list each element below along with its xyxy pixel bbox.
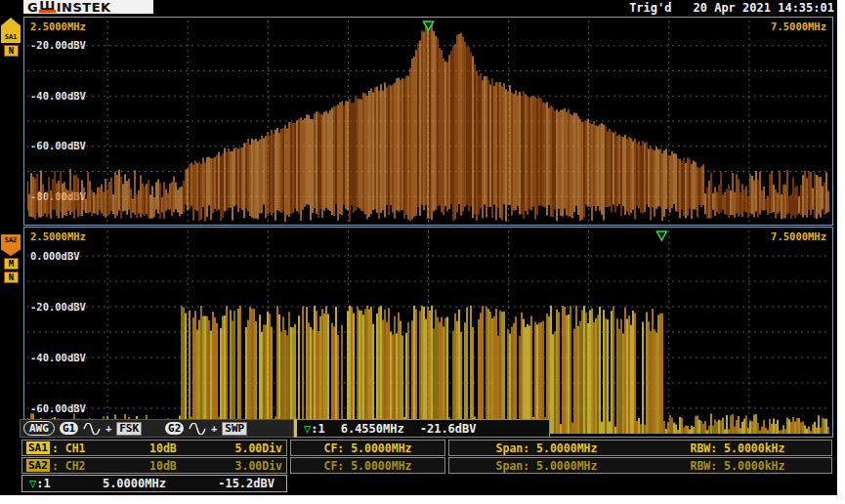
sa1-badge: SA1 (26, 441, 50, 454)
marker-frequency: 6.4550MHz (341, 422, 404, 436)
page-edge (837, 0, 845, 504)
marker-level: -21.6dBV (420, 422, 477, 436)
sa1-icon-label: SA1 (1, 33, 21, 41)
logo-text-instek: INSTEK (57, 0, 111, 15)
sa1-trace (37, 23, 824, 222)
sa2-span: Span: 5.0000MHz (496, 459, 598, 473)
sa1-spectrum-plot (27, 21, 829, 222)
sa1-trace-indicator: SA1 N (1, 18, 21, 57)
sa2-badge: SA2 (26, 459, 50, 472)
logo-text-g: G (27, 0, 38, 15)
marker-number: :1 (36, 477, 50, 490)
sa2-arrow-down-icon: SA2 (1, 234, 21, 256)
marker-number: :1 (311, 422, 324, 436)
sa2-rbw: RBW: 5.0000kHz (691, 459, 785, 473)
awg-label: AWG (23, 421, 55, 436)
sine-wave-icon (189, 423, 206, 435)
sa1-marker-readout: ▽:1 5.0000MHz -15.2dBV (21, 475, 287, 492)
g2-modulation-tag: SWP (222, 422, 247, 436)
sa2-icon-label: SA2 (1, 236, 21, 244)
sa2-graph: 2.5000MHz 7.5000MHz 0.000dBV -20.00dBV -… (23, 227, 833, 438)
sa2-source: : CH2 (52, 459, 108, 473)
sa2-trace-n-badge: N (4, 272, 19, 283)
datetime: 20 Apr 2021 14:35:01 (694, 1, 835, 15)
header-status: Trig'd 20 Apr 2021 14:35:01 (547, 0, 834, 15)
g1-label: G1 (60, 422, 78, 435)
sa1-center-frequency: CF: 5.0000MHz (323, 441, 411, 455)
logo-text-w: Ш (39, 1, 56, 13)
sa1-graph: 2.5000MHz 7.5000MHz -20.00dBV -40.00dBV … (23, 17, 833, 226)
sa1-scale: 10dB (108, 441, 218, 455)
peak-marker-icon (656, 231, 666, 240)
marker-id: ▽:1 (304, 422, 325, 436)
sa1-span: Span: 5.0000MHz (496, 441, 598, 455)
plus-sign: + (106, 423, 111, 434)
sa2-spectrum-plot (27, 231, 829, 434)
page-edge (0, 495, 845, 504)
sa1-position: 5.00Div (218, 441, 282, 455)
sa1-trace-n-badge: N (4, 45, 19, 57)
sa2-span-rbw-box: Span: 5.0000MHz RBW: 5.0000kHz (448, 457, 832, 474)
marker-frequency: 5.0000MHz (103, 477, 166, 490)
marker-level: -15.2dBV (218, 477, 275, 490)
sa2-center-frequency: CF: 5.0000MHz (323, 459, 411, 473)
sa2-trace-m-badge: M (4, 258, 19, 270)
plus-sign: + (211, 423, 217, 434)
sa2-marker-readout: ▽:1 6.4550MHz -21.6dBV (294, 419, 550, 438)
sa2-settings-row: SA2 : CH2 10dB 3.00Div (21, 457, 287, 474)
sa2-scale: 10dB (108, 459, 218, 473)
sa1-source: : CH1 (52, 441, 108, 455)
sa2-cf-box: CF: 5.0000MHz (290, 457, 445, 474)
sa2-trace-indicator: SA2 M N (1, 234, 21, 283)
marker-id: ▽:1 (29, 477, 51, 490)
sine-wave-icon (83, 423, 101, 435)
sa1-rbw: RBW: 5.0000kHz (691, 441, 785, 455)
sa1-trace (35, 23, 811, 221)
sa1-cf-box: CF: 5.0000MHz (290, 440, 445, 456)
g2-label: G2 (165, 422, 184, 435)
trigger-status: Trig'd (629, 1, 671, 15)
sa1-arrow-up-icon: SA1 (1, 18, 21, 43)
sa2-position: 3.00Div (218, 459, 282, 473)
awg-status-bar: AWG G1 + FSK G2 + SWP (20, 419, 294, 438)
sa1-span-rbw-box: Span: 5.0000MHz RBW: 5.0000kHz (448, 440, 832, 456)
oscilloscope-screen: GШINSTEK Trig'd 20 Apr 2021 14:35:01 SA1… (0, 0, 845, 504)
g1-modulation-tag: FSK (116, 422, 142, 436)
sa1-settings-row: SA1 : CH1 10dB 5.00Div (21, 440, 287, 456)
brand-logo: GШINSTEK (23, 0, 153, 14)
